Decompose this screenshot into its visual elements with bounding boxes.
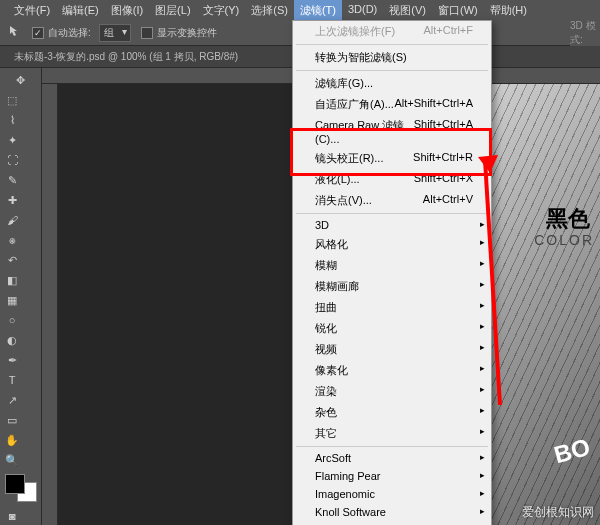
menu-file[interactable]: 文件(F) (8, 0, 56, 20)
menu-type[interactable]: 文字(Y) (197, 0, 246, 20)
blur-tool[interactable]: ○ (3, 311, 21, 329)
history-tool[interactable]: ↶ (3, 251, 21, 269)
filter-dropdown-menu: 上次滤镜操作(F) Alt+Ctrl+F 转换为智能滤镜(S) 滤镜库(G)..… (292, 20, 492, 525)
menu-arcsoft[interactable]: ArcSoft (293, 449, 491, 467)
menu-label: 自适应广角(A)... (315, 97, 394, 112)
menu-label: 其它 (315, 426, 337, 441)
menu-label: Imagenomic (315, 488, 375, 500)
menu-help[interactable]: 帮助(H) (484, 0, 533, 20)
menu-shortcut: Alt+Ctrl+F (423, 24, 473, 39)
heal-tool[interactable]: ✚ (3, 191, 21, 209)
menu-label: 模糊 (315, 258, 337, 273)
marquee-tool[interactable]: ⬚ (3, 91, 21, 109)
menu-filter[interactable]: 滤镜(T) (294, 0, 342, 20)
menu-label: Knoll Software (315, 506, 386, 518)
menu-label: 扭曲 (315, 300, 337, 315)
menu-pixelate[interactable]: 像素化 (293, 360, 491, 381)
menu-separator (296, 70, 488, 71)
toolbox: ✥ ⬚ ⌇ ✦ ⛶ ✎ ✚ 🖌 ⎈ ↶ ◧ ▦ ○ ◐ ✒ T ↗ ▭ ✋ 🔍 … (0, 68, 42, 525)
auto-select-checkbox[interactable] (32, 27, 44, 39)
menu-window[interactable]: 窗口(W) (432, 0, 484, 20)
ruler-vertical (42, 84, 58, 525)
dodge-tool[interactable]: ◐ (3, 331, 21, 349)
mode-3d-label: 3D 模式: (570, 19, 600, 47)
menu-layer[interactable]: 图层(L) (149, 0, 196, 20)
menu-label: 转换为智能滤镜(S) (315, 50, 407, 65)
menu-3d-sub[interactable]: 3D (293, 216, 491, 234)
menu-select[interactable]: 选择(S) (245, 0, 294, 20)
transform-checkbox[interactable] (141, 27, 153, 39)
wand-tool[interactable]: ✦ (3, 131, 21, 149)
menu-label: 锐化 (315, 321, 337, 336)
menubar: 文件(F) 编辑(E) 图像(I) 图层(L) 文字(Y) 选择(S) 滤镜(T… (0, 0, 600, 20)
menu-label: Flaming Pear (315, 470, 380, 482)
menu-knoll[interactable]: Knoll Software (293, 503, 491, 521)
menu-vanishing-point[interactable]: 消失点(V)... Alt+Ctrl+V (293, 190, 491, 211)
menu-lens-correction[interactable]: 镜头校正(R)... Shift+Ctrl+R (293, 148, 491, 169)
menu-render[interactable]: 渲染 (293, 381, 491, 402)
menu-label: 像素化 (315, 363, 348, 378)
pen-tool[interactable]: ✒ (3, 351, 21, 369)
menu-noise[interactable]: 杂色 (293, 402, 491, 423)
menu-label: ArcSoft (315, 452, 351, 464)
menu-3d[interactable]: 3D(D) (342, 0, 383, 20)
zoom-tool[interactable]: 🔍 (3, 451, 21, 469)
text-tool[interactable]: T (3, 371, 21, 389)
quickmask-tool[interactable]: ◙ (3, 507, 21, 525)
menu-camera-raw[interactable]: Camera Raw 滤镜(C)... Shift+Ctrl+A (293, 115, 491, 148)
menu-label: 滤镜库(G)... (315, 76, 373, 91)
menu-shortcut: Alt+Shift+Ctrl+A (394, 97, 473, 112)
menu-view[interactable]: 视图(V) (383, 0, 432, 20)
image-text-black: 黑色 (546, 204, 590, 234)
eraser-tool[interactable]: ◧ (3, 271, 21, 289)
crop-tool[interactable]: ⛶ (3, 151, 21, 169)
menu-image[interactable]: 图像(I) (105, 0, 149, 20)
menu-last-filter: 上次滤镜操作(F) Alt+Ctrl+F (293, 21, 491, 42)
foreground-color[interactable] (5, 474, 25, 494)
document-tab[interactable]: 未标题-3-恢复的.psd @ 100% (组 1 拷贝, RGB/8#) (6, 46, 246, 68)
shape-tool[interactable]: ▭ (3, 411, 21, 429)
menu-flaming-pear[interactable]: Flaming Pear (293, 467, 491, 485)
menu-separator (296, 446, 488, 447)
menu-shortcut: Shift+Ctrl+R (413, 151, 473, 166)
menu-smart-filter[interactable]: 转换为智能滤镜(S) (293, 47, 491, 68)
menu-stylize[interactable]: 风格化 (293, 234, 491, 255)
menu-video[interactable]: 视频 (293, 339, 491, 360)
lasso-tool[interactable]: ⌇ (3, 111, 21, 129)
transform-label: 显示变换控件 (157, 26, 217, 40)
menu-other[interactable]: 其它 (293, 423, 491, 444)
menu-label: Camera Raw 滤镜(C)... (315, 118, 414, 145)
watermark: 爱创根知识网 (522, 504, 594, 521)
menu-filter-gallery[interactable]: 滤镜库(G)... (293, 73, 491, 94)
stamp-tool[interactable]: ⎈ (3, 231, 21, 249)
menu-label: 消失点(V)... (315, 193, 372, 208)
menu-imagenomic[interactable]: Imagenomic (293, 485, 491, 503)
menu-shortcut: Shift+Ctrl+A (414, 118, 473, 145)
eyedropper-tool[interactable]: ✎ (3, 171, 21, 189)
menu-nik[interactable]: Nik Collection (293, 521, 491, 525)
menu-separator (296, 213, 488, 214)
gradient-tool[interactable]: ▦ (3, 291, 21, 309)
menu-blur[interactable]: 模糊 (293, 255, 491, 276)
menu-label: 渲染 (315, 384, 337, 399)
brush-tool[interactable]: 🖌 (3, 211, 21, 229)
menu-sharpen[interactable]: 锐化 (293, 318, 491, 339)
move-tool-icon (8, 24, 26, 42)
color-swatch[interactable] (5, 474, 37, 502)
menu-label: 镜头校正(R)... (315, 151, 383, 166)
canvas-image: 黑色 COLOR BO (480, 84, 600, 525)
move-tool[interactable]: ✥ (3, 71, 38, 89)
group-layer-dropdown[interactable]: 组 (99, 24, 131, 42)
menu-adaptive-wide[interactable]: 自适应广角(A)... Alt+Shift+Ctrl+A (293, 94, 491, 115)
menu-distort[interactable]: 扭曲 (293, 297, 491, 318)
menu-liquify[interactable]: 液化(L)... Shift+Ctrl+X (293, 169, 491, 190)
menu-edit[interactable]: 编辑(E) (56, 0, 105, 20)
menu-label: 液化(L)... (315, 172, 360, 187)
menu-label: 3D (315, 219, 329, 231)
menu-blur-gallery[interactable]: 模糊画廊 (293, 276, 491, 297)
path-tool[interactable]: ↗ (3, 391, 21, 409)
auto-select-label: 自动选择: (48, 26, 91, 40)
image-text-color: COLOR (534, 232, 594, 248)
right-dock: 3D 模式: (570, 20, 600, 46)
hand-tool[interactable]: ✋ (3, 431, 21, 449)
